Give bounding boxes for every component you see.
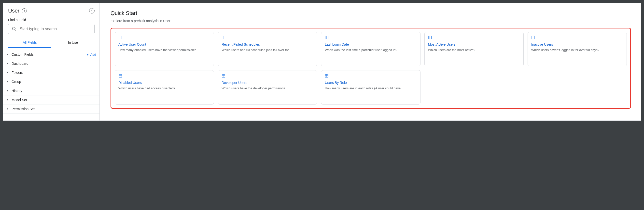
card-desc: When was the last time a particular user… (325, 48, 416, 52)
svg-line-1 (15, 30, 16, 31)
quick-start-card-grid: Active User Count How many enabled users… (115, 32, 627, 105)
tree-row-history[interactable]: History (3, 86, 100, 95)
tree-row-label: Permission Set (12, 107, 35, 111)
quick-start-card[interactable]: Last Login Date When was the last time a… (321, 32, 420, 66)
tree-row-dashboard[interactable]: Dashboard (3, 59, 100, 68)
card-desc: Which users have the developer permissio… (222, 86, 314, 91)
field-tree[interactable]: Custom Fields + Add Dashboard Folders Gr… (3, 50, 100, 120)
quick-start-card[interactable]: Disabled Users Which users have had acce… (115, 70, 214, 105)
tree-row-label: Group (12, 80, 21, 84)
svg-rect-20 (222, 74, 225, 77)
add-label: Add (90, 53, 96, 56)
tree-row-label: Custom Fields (12, 52, 34, 56)
quick-start-card[interactable]: Recent Failed Schedules Which users had … (218, 32, 317, 66)
caret-icon (7, 62, 8, 65)
quick-start-card[interactable]: Most Active Users Which users are the mo… (424, 32, 524, 66)
info-icon[interactable]: i (22, 8, 27, 13)
explore-icon (428, 35, 520, 42)
svg-rect-14 (532, 36, 535, 39)
tree-row-label: History (12, 89, 22, 93)
caret-icon (7, 53, 8, 56)
collapse-sidebar-button[interactable] (89, 8, 94, 13)
explore-icon (325, 35, 416, 42)
title-left: User i (8, 7, 27, 14)
title-row: User i (8, 7, 94, 14)
card-desc: Which users haven't logged in for over 9… (531, 48, 623, 52)
svg-rect-17 (119, 74, 122, 77)
card-title: Disabled Users (118, 81, 210, 85)
quick-start-card[interactable]: Inactive Users Which users haven't logge… (528, 32, 627, 66)
caret-icon (7, 99, 8, 101)
quick-start-title: Quick Start (110, 10, 631, 16)
sidebar-header: User i Find a Field All Fields In Use (3, 3, 100, 50)
explore-icon (118, 35, 210, 42)
caret-icon (7, 80, 8, 83)
tree-row-custom-fields[interactable]: Custom Fields + Add (3, 50, 100, 59)
main-area: Quick Start Explore from a prebuilt anal… (100, 3, 641, 120)
search-input[interactable] (20, 27, 91, 31)
card-desc: How many users are in each role? (A user… (325, 86, 416, 91)
card-title: Last Login Date (325, 42, 416, 46)
quick-start-highlight: Active User Count How many enabled users… (110, 28, 631, 109)
explore-icon (118, 74, 210, 81)
card-desc: Which users had >3 scheduled jobs fail o… (222, 48, 314, 52)
explore-icon (222, 35, 314, 42)
explore-icon (531, 35, 623, 42)
explore-icon (325, 74, 416, 81)
card-title: Active User Count (118, 42, 210, 46)
card-title: Developer Users (222, 81, 314, 85)
svg-rect-2 (119, 36, 122, 39)
quick-start-subtitle: Explore from a prebuilt analysis in User (110, 19, 631, 23)
card-desc: Which users have had access disabled? (118, 86, 210, 91)
card-desc: How many enabled users have the viewer p… (118, 48, 210, 52)
explore-icon (222, 74, 314, 81)
svg-rect-5 (222, 36, 225, 39)
sidebar-tabs: All Fields In Use (8, 37, 94, 48)
add-custom-field-button[interactable]: + Add (87, 53, 96, 56)
svg-rect-8 (325, 36, 328, 39)
quick-start-card[interactable]: Active User Count How many enabled users… (115, 32, 214, 66)
tab-in-use[interactable]: In Use (51, 37, 94, 48)
explore-title: User (8, 7, 20, 14)
svg-rect-23 (325, 74, 328, 77)
tree-row-permission-set[interactable]: Permission Set (3, 105, 100, 114)
caret-icon (7, 90, 8, 92)
card-title: Inactive Users (531, 42, 623, 46)
find-field-label: Find a Field (8, 18, 94, 22)
quick-start-card[interactable]: Developer Users Which users have the dev… (218, 70, 317, 105)
quick-start-card[interactable]: Users By Role How many users are in each… (321, 70, 420, 105)
tree-row-label: Model Set (12, 98, 27, 102)
card-title: Recent Failed Schedules (222, 42, 314, 46)
search-icon (12, 26, 17, 31)
tree-row-group[interactable]: Group (3, 77, 100, 86)
svg-rect-11 (428, 36, 432, 39)
svg-point-0 (12, 27, 16, 30)
app-window: User i Find a Field All Fields In Use Cu… (3, 3, 641, 121)
card-desc: Which users are the most active? (428, 48, 520, 52)
card-title: Most Active Users (428, 42, 520, 46)
tree-row-label: Dashboard (12, 62, 28, 65)
tree-row-folders[interactable]: Folders (3, 68, 100, 77)
search-field-container[interactable] (8, 24, 94, 34)
card-title: Users By Role (325, 81, 416, 85)
chevron-left-icon (91, 9, 93, 12)
tree-row-model-set[interactable]: Model Set (3, 95, 100, 105)
tab-all-fields[interactable]: All Fields (8, 37, 51, 48)
sidebar: User i Find a Field All Fields In Use Cu… (3, 3, 100, 120)
tree-row-label: Folders (12, 71, 23, 75)
caret-icon (7, 71, 8, 74)
caret-icon (7, 108, 8, 110)
